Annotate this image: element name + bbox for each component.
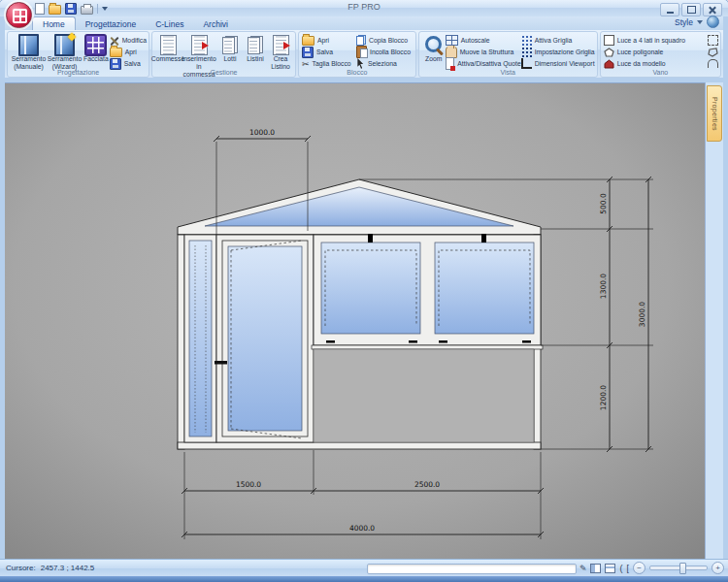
salva-label: Salva: [124, 60, 141, 67]
square-outline-icon: [604, 35, 614, 46]
save-file-icon[interactable]: [65, 3, 77, 15]
app-logo-icon: [13, 9, 27, 23]
wall-panel[interactable]: [314, 349, 534, 442]
facciata-button[interactable]: Facciata: [83, 34, 110, 63]
close-button[interactable]: [703, 3, 722, 16]
window-2-glass[interactable]: [435, 242, 534, 334]
group-progettazione: Serramento (Manuale) Serramento (Wizard)…: [7, 31, 149, 78]
muove-struttura-button[interactable]: Muove la Struttura: [446, 47, 521, 57]
vano-col-icons: [707, 34, 718, 69]
commesse-button[interactable]: Commesse: [155, 34, 181, 63]
new-document-icon[interactable]: [35, 3, 45, 15]
red-arrow-icon: [202, 42, 209, 49]
red-house-icon: [604, 59, 614, 69]
view-mode-icon-1[interactable]: [590, 564, 601, 573]
vista-col-2: Attiva Griglia Impostazione Griglia Dime…: [521, 34, 595, 69]
luce-da-modello-button[interactable]: Luce da modello: [604, 58, 707, 69]
incolla-label: Incolla Blocco: [370, 48, 411, 55]
zoom-in-button[interactable]: +: [711, 562, 724, 574]
tab-progettazione[interactable]: Progettazione: [76, 17, 146, 30]
tab-archivi[interactable]: Archivi: [193, 17, 238, 30]
door-handle[interactable]: [215, 361, 227, 365]
taglia-blocco-button[interactable]: ✂ Taglia Blocco: [302, 58, 356, 69]
dimensioni-viewport-button[interactable]: Dimensioni Viewport: [521, 58, 595, 69]
bracket-tool-icon[interactable]: [: [626, 563, 629, 574]
dim-right-1300: 1300.0: [599, 274, 608, 299]
pen-mode-icon[interactable]: ✎: [579, 563, 587, 574]
incolla-blocco-button[interactable]: Incolla Blocco: [356, 47, 411, 57]
crea-listino-button[interactable]: Crea Listino: [268, 34, 293, 71]
taglia-label: Taglia Blocco: [313, 60, 351, 67]
frame-left-jamb[interactable]: [178, 235, 184, 449]
group-label-vano: Vano: [601, 69, 720, 77]
status-bar-icons: ✎ ( [ − +: [579, 562, 724, 574]
luce-poligonale-button[interactable]: Luce poligonale: [604, 47, 707, 57]
properties-tab[interactable]: Properties: [707, 85, 722, 142]
autoscale-button[interactable]: Autoscale: [446, 35, 521, 46]
luce-poligonale-tool-button[interactable]: [708, 47, 718, 57]
impostazione-griglia-label: Impostazione Griglia: [535, 48, 595, 55]
hand-icon: [446, 47, 457, 58]
open-file-icon[interactable]: [49, 5, 61, 15]
salva-button[interactable]: Salva: [110, 58, 147, 69]
print-icon[interactable]: [81, 6, 93, 15]
lotti-button[interactable]: Lotti: [217, 34, 243, 63]
group-label-blocco: Blocco: [299, 69, 415, 77]
tab-c-lines[interactable]: C-Lines: [146, 17, 193, 30]
viewport-ruler-icon: [521, 58, 532, 69]
attiva-griglia-button[interactable]: Attiva Griglia: [521, 35, 595, 46]
copia-blocco-button[interactable]: Copia Blocco: [356, 35, 411, 46]
qat-dropdown-icon[interactable]: [102, 7, 108, 11]
crea-listino-iconwrap: [273, 35, 289, 54]
luce-arco-tool-button[interactable]: [708, 58, 718, 69]
paren-tool-icon[interactable]: (: [619, 563, 622, 574]
zoom-button[interactable]: Zoom: [422, 34, 446, 63]
impostazione-griglia-button[interactable]: Impostazione Griglia: [521, 47, 595, 57]
zoom-slider[interactable]: [649, 566, 708, 570]
door-glass[interactable]: [228, 246, 302, 431]
serramento-manuale-button[interactable]: Serramento (Manuale): [11, 34, 47, 71]
select-cursor-icon: [356, 58, 365, 69]
seleziona-button[interactable]: Seleziona: [356, 58, 411, 69]
window-controls: [660, 3, 722, 16]
open-folder-icon: [110, 48, 122, 57]
sill-mark-2: [409, 340, 417, 343]
scissors-icon: ✂: [302, 59, 310, 69]
attiva-disattiva-quote-button[interactable]: Attiva/Disattiva Quote: [446, 58, 521, 69]
drawing-canvas[interactable]: 1000.0 500.0 1300.0 1200.0 3000.0 1500.0…: [5, 82, 706, 560]
group-vano: Luce a 4 lati in squadro Luce poligonale…: [600, 31, 721, 78]
style-caret-icon[interactable]: [697, 20, 703, 24]
luce-squadro-tool-button[interactable]: [708, 35, 718, 46]
autoscale-icon: [446, 35, 458, 46]
modifica-label: Modifica: [122, 37, 147, 44]
group-blocco: Apri Salva ✂ Taglia Blocco Copia Blocco: [298, 31, 416, 78]
document-icon: [160, 35, 177, 55]
window-1-glass[interactable]: [321, 242, 420, 334]
zoom-out-button[interactable]: −: [633, 562, 645, 574]
documents-stack-icon: [222, 36, 238, 54]
app-menu-button[interactable]: [6, 2, 32, 28]
serramento-wizard-button[interactable]: Serramento (Wizard): [47, 34, 83, 71]
facade-grid-icon: [84, 34, 107, 56]
blocco-apri-label: Apri: [317, 37, 329, 44]
view-mode-icon-2[interactable]: [605, 564, 615, 573]
listini-button[interactable]: Listini: [243, 34, 268, 63]
window-bottom-edge: [0, 576, 728, 582]
help-button[interactable]: [707, 16, 719, 28]
zoom-slider-thumb[interactable]: [679, 563, 686, 574]
luce-4-lati-button[interactable]: Luce a 4 lati in squadro: [604, 35, 707, 46]
minimize-button[interactable]: [660, 3, 679, 16]
listini-iconwrap: [248, 35, 263, 54]
block-open-icon: [302, 36, 314, 46]
maximize-button[interactable]: [681, 3, 701, 16]
apri-label: Apri: [125, 48, 137, 55]
sidelight-glass[interactable]: [189, 241, 212, 436]
blocco-salva-button[interactable]: Salva: [302, 47, 356, 57]
dim-bottom-2500: 2500.0: [414, 480, 440, 489]
apri-button[interactable]: Apri: [110, 47, 147, 57]
frame-bottom-sill[interactable]: [178, 442, 541, 449]
tab-home[interactable]: Home: [32, 16, 76, 30]
style-dropdown[interactable]: Style: [675, 17, 693, 27]
modifica-button[interactable]: Modifica: [110, 35, 147, 46]
blocco-apri-button[interactable]: Apri: [302, 35, 356, 46]
